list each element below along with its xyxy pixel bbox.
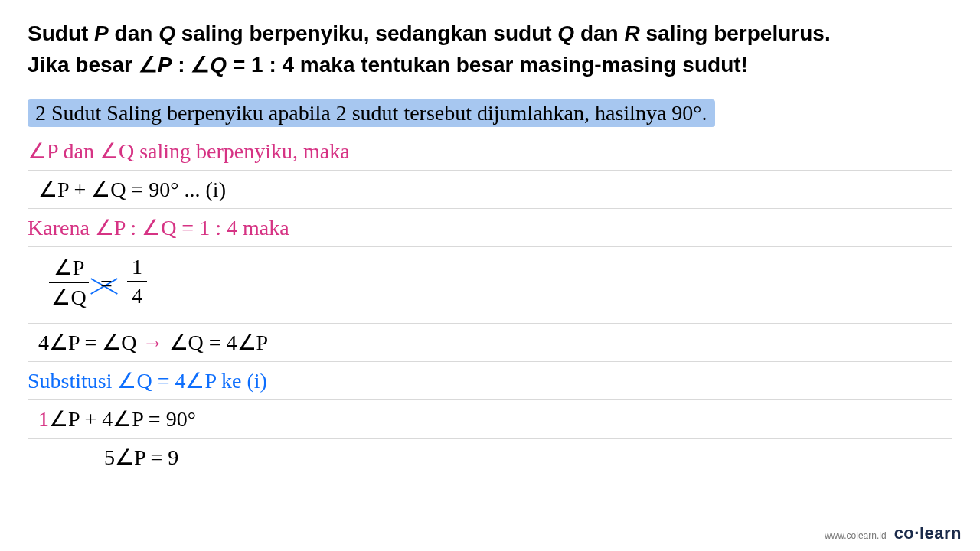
- fraction-pq: ∠P ∠Q: [49, 255, 89, 310]
- step-text: Karena ∠P : ∠Q = 1 : 4 maka: [28, 217, 289, 239]
- text: saling berpenyiku, sedangkan sudut: [175, 21, 557, 45]
- coef-highlight: 1: [38, 409, 49, 430]
- fraction-bar: [127, 281, 147, 282]
- fraction-bar: [49, 282, 89, 283]
- equation: 4∠P = ∠Q: [38, 332, 142, 354]
- problem-line-1: Sudut P dan Q saling berpenyiku, sedangk…: [28, 18, 952, 50]
- work-area: 2 Sudut Saling berpenyiku apabila 2 sudu…: [28, 94, 952, 477]
- work-line-6: 4∠P = ∠Q → ∠Q = 4∠P: [28, 324, 952, 362]
- step-text: Substitusi ∠Q = 4∠P ke (i): [28, 370, 267, 392]
- text: saling berpelurus.: [640, 21, 831, 45]
- work-line-7: Substitusi ∠Q = 4∠P ke (i): [28, 362, 952, 400]
- equation-i: ∠P + ∠Q = 90° ... (i): [38, 179, 226, 201]
- problem-line-2: Jika besar ∠P : ∠Q = 1 : 4 maka tentukan…: [28, 50, 952, 81]
- work-line-4: Karena ∠P : ∠Q = 1 : 4 maka: [28, 209, 952, 247]
- page: Sudut P dan Q saling berpenyiku, sedangk…: [0, 0, 980, 551]
- denominator: ∠Q: [51, 285, 86, 310]
- text: Jika besar ∠: [28, 53, 158, 77]
- footer-url: www.colearn.id: [825, 530, 887, 541]
- equation: 5∠P = 9: [104, 447, 178, 468]
- footer: www.colearn.id co·learn: [825, 523, 962, 543]
- numerator: 1: [132, 255, 142, 279]
- var-P: P: [158, 53, 172, 77]
- work-line-1: 2 Sudut Saling berpenyiku apabila 2 sudu…: [28, 94, 952, 132]
- var-P: P: [94, 21, 109, 45]
- equals-sign: =: [100, 272, 113, 296]
- denominator: 4: [132, 284, 142, 308]
- work-line-9: 5∠P = 9: [28, 439, 952, 477]
- fraction-14: 1 4: [127, 255, 147, 308]
- text: = 1 : 4 maka tentukan besar masing-masin…: [227, 53, 748, 77]
- text: Sudut: [28, 21, 94, 45]
- work-line-8: 1∠P + 4∠P = 90°: [28, 400, 952, 439]
- work-line-2: ∠P dan ∠Q saling berpenyiku, maka: [28, 132, 952, 171]
- var-Q: Q: [210, 53, 227, 77]
- numerator: ∠P: [54, 255, 85, 280]
- fraction-left: ∠P ∠Q: [49, 255, 89, 310]
- work-line-fraction: ∠P ∠Q = 1 4: [28, 247, 952, 324]
- arrow-icon: →: [142, 332, 164, 354]
- text: dan: [574, 21, 624, 45]
- step-text: ∠P dan ∠Q saling berpenyiku, maka: [28, 141, 350, 162]
- work-line-3: ∠P + ∠Q = 90° ... (i): [28, 171, 952, 209]
- text: : ∠: [172, 53, 210, 77]
- problem-statement: Sudut P dan Q saling berpenyiku, sedangk…: [28, 18, 952, 80]
- text: dan: [109, 21, 158, 45]
- var-Q2: Q: [557, 21, 574, 45]
- brand-logo: co·learn: [894, 523, 962, 543]
- equation: ∠Q = 4∠P: [164, 332, 269, 354]
- var-R: R: [624, 21, 639, 45]
- var-Q: Q: [158, 21, 175, 45]
- equation: ∠P + 4∠P = 90°: [49, 409, 196, 430]
- definition-highlight: 2 Sudut Saling berpenyiku apabila 2 sudu…: [28, 99, 715, 127]
